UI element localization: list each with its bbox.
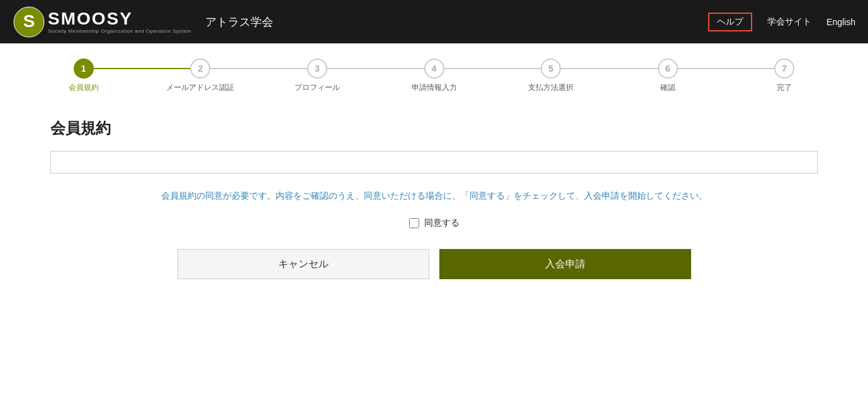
step-2-circle: 2: [190, 58, 210, 79]
main-content: 会員規約 会員規約の同意が必要です。内容をご確認のうえ、同意いただける場合に、「…: [0, 103, 868, 294]
logo-container: S SMOOSY Society Membership Organization…: [13, 6, 191, 38]
step-2-row: 2: [142, 58, 259, 79]
step-6: 6 確認: [609, 58, 726, 93]
header-right: ヘルプ 学会サイト English: [708, 13, 855, 31]
step-4-circle: 4: [424, 58, 444, 79]
logo-text-block: SMOOSY Society Membership Organization a…: [48, 9, 191, 35]
step-2: 2 メールアドレス認証: [142, 58, 259, 93]
step-1-circle: 1: [74, 58, 94, 79]
step-5-label: 支払方法選択: [528, 82, 573, 93]
step-3: 3 プロフィール: [259, 58, 376, 93]
step-7-label: 完了: [777, 82, 792, 93]
step-1-label: 会員規約: [69, 82, 99, 93]
terms-box[interactable]: [50, 151, 818, 174]
submit-button[interactable]: 入会申請: [439, 249, 691, 279]
button-row: キャンセル 入会申請: [50, 249, 818, 279]
english-link[interactable]: English: [826, 17, 855, 27]
header: S SMOOSY Society Membership Organization…: [0, 0, 868, 43]
page-title: 会員規約: [50, 118, 818, 138]
step-7-row: 7: [726, 58, 843, 79]
step-3-label: プロフィール: [295, 82, 340, 93]
agree-checkbox[interactable]: [409, 218, 419, 228]
smoosy-logo-icon: S: [13, 6, 45, 38]
step-5: 5 支払方法選択: [492, 58, 609, 93]
cancel-button[interactable]: キャンセル: [178, 249, 429, 279]
step-6-label: 確認: [660, 82, 675, 93]
info-text: 会員規約の同意が必要です。内容をご確認のうえ、同意いただける場合に、「同意する」…: [50, 189, 818, 202]
org-name: アトラス学会: [205, 14, 273, 30]
svg-text:S: S: [23, 11, 35, 31]
step-7-circle: 7: [774, 58, 794, 79]
step-7: 7 完了: [726, 58, 843, 93]
step-4-label: 申請情報入力: [412, 82, 457, 93]
step-1-row: 1: [25, 58, 142, 79]
step-3-circle: 3: [307, 58, 327, 79]
step-6-row: 6: [609, 58, 726, 79]
step-4: 4 申請情報入力: [376, 58, 493, 93]
step-5-circle: 5: [541, 58, 561, 79]
header-left: S SMOOSY Society Membership Organization…: [13, 6, 273, 38]
step-3-row: 3: [259, 58, 376, 79]
step-2-label: メールアドレス認証: [166, 82, 234, 93]
logo-subtitle: Society Membership Organization and Oper…: [48, 28, 191, 34]
logo-smoosy-text: SMOOSY: [48, 9, 191, 29]
agree-label[interactable]: 同意する: [424, 218, 459, 229]
step-1: 1 会員規約: [25, 58, 142, 93]
agree-row: 同意する: [50, 218, 818, 229]
step-5-row: 5: [492, 58, 609, 79]
step-4-row: 4: [376, 58, 493, 79]
step-6-circle: 6: [658, 58, 678, 79]
steps-container: 1 会員規約 2 メールアドレス認証 3 プロフィール 4 申請情報入力: [0, 43, 868, 103]
help-link[interactable]: ヘルプ: [708, 13, 752, 31]
society-site-link[interactable]: 学会サイト: [767, 16, 811, 28]
